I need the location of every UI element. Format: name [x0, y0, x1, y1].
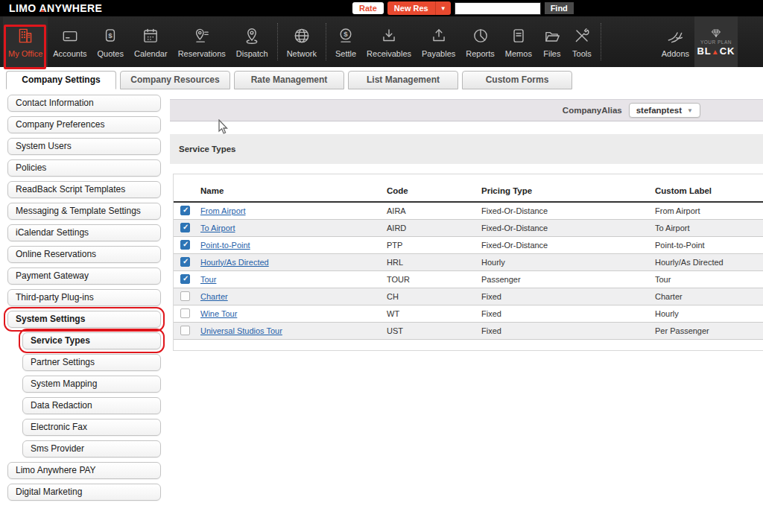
toolbar-item-files[interactable]: Files — [537, 16, 567, 67]
toolbar-divider — [277, 23, 278, 60]
service-type-custom-label: Per Passenger — [655, 322, 763, 339]
sidebar-item-company-preferences[interactable]: Company Preferences — [7, 116, 161, 133]
service-type-checkbox[interactable] — [180, 223, 190, 232]
service-type-code: AIRA — [387, 202, 481, 219]
toolbar-item-reports[interactable]: Reports — [460, 16, 500, 67]
find-button[interactable]: Find — [545, 2, 574, 14]
svg-text:$: $ — [109, 31, 113, 39]
addons-spark-icon — [665, 26, 685, 45]
service-type-checkbox[interactable] — [180, 206, 190, 215]
new-res-button[interactable]: New Res ▼ — [387, 1, 451, 15]
svg-text:$: $ — [343, 30, 348, 38]
sidebar-item-readback-script-templates[interactable]: ReadBack Script Templates — [7, 181, 161, 198]
app-window: { "topbar": { "logo_limo": "LIMO", "logo… — [0, 0, 763, 532]
sidebar-item-system-mapping[interactable]: System Mapping — [22, 376, 161, 393]
toolbar-item-addons[interactable]: Addons — [656, 16, 694, 67]
service-type-name-link[interactable]: Charter — [200, 292, 228, 301]
toolbar-item-calendar[interactable]: Calendar — [129, 16, 173, 67]
service-type-name-link[interactable]: From Airport — [200, 206, 246, 215]
service-type-code: AIRD — [387, 219, 481, 236]
sidebar-item-contact-information[interactable]: Contact Information — [7, 95, 161, 112]
toolbar-item-payables[interactable]: Payables — [417, 16, 460, 67]
office-building-icon — [16, 26, 35, 45]
toolbar-item-quotes[interactable]: $Quotes — [92, 16, 129, 67]
service-types-table: Name Code Pricing Type Custom Label From… — [174, 182, 763, 340]
service-type-code: CH — [387, 288, 481, 305]
tab-list-management[interactable]: List Management — [348, 71, 458, 89]
toolbar-item-tools[interactable]: Tools — [567, 16, 597, 67]
sidebar-item-system-settings[interactable]: System Settings — [7, 311, 161, 328]
toolbar-item-receivables[interactable]: Receivables — [361, 16, 417, 67]
sidebar-item-partner-settings[interactable]: Partner Settings — [22, 354, 161, 371]
toolbar-item-label: Payables — [422, 49, 455, 58]
service-type-checkbox[interactable] — [180, 240, 190, 250]
service-type-custom-label: From Airport — [655, 202, 763, 219]
table-row-hourly-as-directed: Hourly/As DirectedHRLHourlyHourly/As Dir… — [174, 253, 763, 270]
service-type-checkbox[interactable] — [180, 291, 190, 301]
card-icon — [60, 26, 80, 45]
table-row-tour: TourTOURPassengerTour — [174, 270, 763, 288]
column-header-code: Code — [387, 182, 481, 202]
toolbar-items: My OfficeAccounts$QuotesCalendarReservat… — [0, 16, 763, 67]
service-type-name-link[interactable]: Tour — [200, 275, 216, 284]
toolbar-item-label: Reports — [466, 49, 495, 58]
sidebar-item-electronic-fax[interactable]: Electronic Fax — [22, 419, 161, 436]
section-title: Service Types — [179, 145, 236, 153]
sidebar-item-messaging-template-settings[interactable]: Messaging & Template Settings — [7, 203, 161, 220]
column-header-pricing-type: Pricing Type — [481, 182, 655, 202]
service-type-checkbox[interactable] — [180, 308, 190, 318]
tab-company-resources[interactable]: Company Resources — [120, 71, 230, 89]
sidebar-item-limo-anywhere-pay[interactable]: Limo Anywhere PAY — [7, 462, 161, 479]
service-type-name-link[interactable]: To Airport — [200, 224, 235, 232]
plan-red-caret: ▲ — [712, 48, 720, 56]
toolbar-item-memos[interactable]: Memos — [500, 16, 537, 67]
toolbar-item-accounts[interactable]: Accounts — [48, 16, 92, 67]
sidebar-item-data-redaction[interactable]: Data Redaction — [22, 397, 161, 414]
service-type-name-link[interactable]: Universal Studios Tour — [200, 326, 282, 335]
service-type-custom-label: Point-to-Point — [655, 236, 763, 253]
sidebar-item-system-users[interactable]: System Users — [7, 138, 161, 155]
sidebar-item-policies[interactable]: Policies — [7, 159, 161, 177]
chevron-down-icon[interactable]: ▼ — [435, 1, 451, 15]
arrow-down-tray-icon — [379, 26, 399, 45]
toolbar-item-label: Reservations — [178, 49, 226, 58]
main-toolbar: My OfficeAccounts$QuotesCalendarReservat… — [0, 16, 763, 67]
rate-button[interactable]: Rate — [352, 2, 384, 14]
service-type-pricing-type: Fixed — [481, 288, 655, 305]
service-type-name-link[interactable]: Wine Tour — [200, 309, 237, 318]
sidebar-item-service-types[interactable]: Service Types — [22, 332, 161, 349]
toolbar-item-settle[interactable]: $Settle — [330, 16, 361, 67]
toolbar-item-label: Receivables — [367, 49, 411, 58]
toolbar-item-network[interactable]: Network — [282, 16, 322, 67]
sidebar-item-sms-provider[interactable]: Sms Provider — [22, 440, 161, 457]
tab-custom-forms[interactable]: Custom Forms — [462, 71, 572, 89]
sidebar-item-icalendar-settings[interactable]: iCalendar Settings — [7, 224, 161, 241]
service-type-code: WT — [387, 305, 481, 322]
sidebar-item-payment-gateway[interactable]: Payment Gateway — [7, 267, 161, 285]
toolbar-item-my-office[interactable]: My Office — [3, 16, 48, 67]
service-types-panel: Name Code Pricing Type Custom Label From… — [173, 174, 763, 351]
service-type-checkbox[interactable] — [180, 257, 190, 267]
global-search-input[interactable] — [455, 2, 541, 15]
service-type-checkbox[interactable] — [180, 274, 190, 284]
calendar-icon — [141, 26, 160, 45]
toolbar-item-reservations[interactable]: Reservations — [173, 16, 231, 67]
toolbar-item-dispatch[interactable]: Dispatch — [231, 16, 273, 67]
service-type-checkbox[interactable] — [180, 326, 190, 335]
tab-rate-management[interactable]: Rate Management — [234, 71, 344, 89]
dollar-circle-icon: $ — [336, 26, 355, 45]
service-type-name-link[interactable]: Point-to-Point — [200, 241, 250, 250]
company-alias-band: CompanyAlias stefanptest ▼ — [170, 99, 763, 121]
plan-small-label: YOUR PLAN — [700, 39, 732, 45]
sidebar-item-third-party-plug-ins[interactable]: Third-party Plug-ins — [7, 289, 161, 306]
logo-red-caret: A — [39, 2, 47, 14]
pin-lines-icon — [192, 26, 212, 45]
service-type-name-link[interactable]: Hourly/As Directed — [200, 258, 269, 267]
tab-company-settings[interactable]: Company Settings — [6, 71, 116, 89]
sidebar-item-online-reservations[interactable]: Online Reservations — [7, 246, 161, 263]
sidebar-item-digital-marketing[interactable]: Digital Marketing — [7, 484, 161, 501]
company-alias-dropdown[interactable]: stefanptest ▼ — [629, 103, 700, 118]
your-plan-badge[interactable]: YOUR PLANBL▲CK — [694, 16, 738, 67]
service-type-custom-label: Hourly/As Directed — [655, 253, 763, 270]
toolbar-item-label: Calendar — [134, 49, 168, 58]
